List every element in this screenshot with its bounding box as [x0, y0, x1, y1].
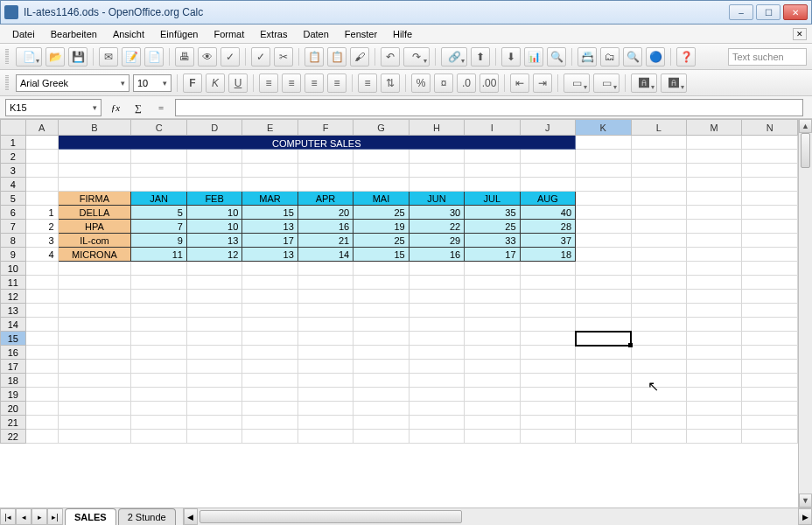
- cell[interactable]: [25, 290, 58, 304]
- format-button[interactable]: 🅰: [631, 74, 657, 93]
- cell[interactable]: [25, 360, 58, 374]
- cell[interactable]: [520, 178, 575, 192]
- cell[interactable]: [631, 262, 686, 276]
- cell[interactable]: [465, 164, 520, 178]
- cell[interactable]: [686, 150, 741, 164]
- cell[interactable]: [131, 374, 186, 388]
- cell[interactable]: [25, 164, 58, 178]
- column-header[interactable]: [1, 120, 26, 136]
- format-button[interactable]: ¤: [434, 74, 453, 93]
- cell[interactable]: [298, 150, 353, 164]
- cell[interactable]: [25, 416, 58, 430]
- cell[interactable]: [25, 318, 58, 332]
- cell[interactable]: [242, 332, 298, 346]
- cell[interactable]: [354, 290, 409, 304]
- cell[interactable]: [25, 178, 58, 192]
- cell[interactable]: [58, 388, 131, 402]
- menu-datei[interactable]: Datei: [5, 27, 42, 41]
- cell[interactable]: MICRONA: [58, 248, 131, 262]
- cell[interactable]: MAI: [354, 192, 409, 206]
- cell[interactable]: [409, 276, 464, 290]
- cell[interactable]: [186, 402, 242, 416]
- row-header[interactable]: 8: [1, 234, 26, 248]
- toolbar-button[interactable]: 📇: [578, 47, 597, 66]
- cell[interactable]: [742, 206, 798, 220]
- cell[interactable]: [576, 276, 631, 290]
- tab-nav-first[interactable]: |◂: [0, 508, 16, 525]
- cell[interactable]: [131, 150, 186, 164]
- cell[interactable]: [465, 374, 520, 388]
- menu-hilfe[interactable]: Hilfe: [386, 27, 419, 41]
- toolbar-button[interactable]: ✓: [220, 47, 240, 66]
- cell[interactable]: [686, 388, 741, 402]
- cell[interactable]: [576, 304, 631, 318]
- cell[interactable]: [631, 374, 686, 388]
- row-header[interactable]: 7: [1, 220, 26, 234]
- row-header[interactable]: 20: [1, 402, 26, 416]
- toolbar-button[interactable]: 🖶: [175, 47, 194, 66]
- cell[interactable]: [465, 430, 520, 444]
- cell[interactable]: [409, 150, 464, 164]
- format-button[interactable]: ≡: [282, 74, 301, 93]
- cell[interactable]: 7: [131, 220, 186, 234]
- font-size-select[interactable]: 10▾: [133, 74, 172, 92]
- cell[interactable]: [298, 178, 353, 192]
- cell[interactable]: [520, 276, 575, 290]
- cell[interactable]: [742, 332, 798, 346]
- cell[interactable]: [409, 374, 464, 388]
- cell[interactable]: [186, 360, 242, 374]
- cell[interactable]: [58, 164, 131, 178]
- tab-nav-next[interactable]: ▸: [32, 508, 47, 525]
- cell[interactable]: [242, 178, 298, 192]
- format-button[interactable]: ≡: [259, 74, 278, 93]
- toolbar-button[interactable]: 📊: [524, 47, 543, 66]
- cell[interactable]: [25, 304, 58, 318]
- tab-nav-last[interactable]: ▸|: [47, 508, 63, 525]
- cell[interactable]: [520, 430, 575, 444]
- cell[interactable]: [631, 290, 686, 304]
- toolbar-button[interactable]: ⬆: [471, 47, 490, 66]
- cell[interactable]: [631, 430, 686, 444]
- cell[interactable]: 30: [409, 206, 464, 220]
- vertical-scrollbar[interactable]: ▲ ▼: [798, 119, 812, 508]
- row-header[interactable]: 12: [1, 290, 26, 304]
- cell[interactable]: [576, 416, 631, 430]
- cell[interactable]: [576, 374, 631, 388]
- row-header[interactable]: 19: [1, 388, 26, 402]
- cell[interactable]: [409, 388, 464, 402]
- cell[interactable]: [465, 290, 520, 304]
- cell[interactable]: [409, 402, 464, 416]
- cell[interactable]: [631, 234, 686, 248]
- cell[interactable]: [25, 262, 58, 276]
- cell[interactable]: [520, 402, 575, 416]
- cell[interactable]: [298, 346, 353, 360]
- cell[interactable]: [25, 346, 58, 360]
- row-header[interactable]: 22: [1, 430, 26, 444]
- underline-button[interactable]: U: [228, 74, 248, 93]
- cell[interactable]: [576, 346, 631, 360]
- cell[interactable]: [686, 290, 741, 304]
- cell[interactable]: [298, 360, 353, 374]
- format-button[interactable]: ≡: [327, 74, 346, 93]
- cell[interactable]: [58, 346, 131, 360]
- cell[interactable]: [25, 388, 58, 402]
- cell[interactable]: [242, 388, 298, 402]
- cell[interactable]: [631, 402, 686, 416]
- cell[interactable]: [631, 178, 686, 192]
- cell[interactable]: [576, 402, 631, 416]
- cell[interactable]: [520, 290, 575, 304]
- row-header[interactable]: 5: [1, 192, 26, 206]
- cell[interactable]: [465, 402, 520, 416]
- cell[interactable]: [298, 290, 353, 304]
- cell[interactable]: [742, 248, 798, 262]
- cell[interactable]: [409, 416, 464, 430]
- cell[interactable]: FIRMA: [58, 192, 131, 206]
- cell[interactable]: [186, 430, 242, 444]
- scroll-down-icon[interactable]: ▼: [799, 494, 812, 508]
- cell[interactable]: 10: [186, 220, 242, 234]
- cell[interactable]: 2: [25, 220, 58, 234]
- cell[interactable]: [520, 304, 575, 318]
- cell[interactable]: MAR: [242, 192, 298, 206]
- cell[interactable]: [686, 220, 741, 234]
- row-header[interactable]: 14: [1, 318, 26, 332]
